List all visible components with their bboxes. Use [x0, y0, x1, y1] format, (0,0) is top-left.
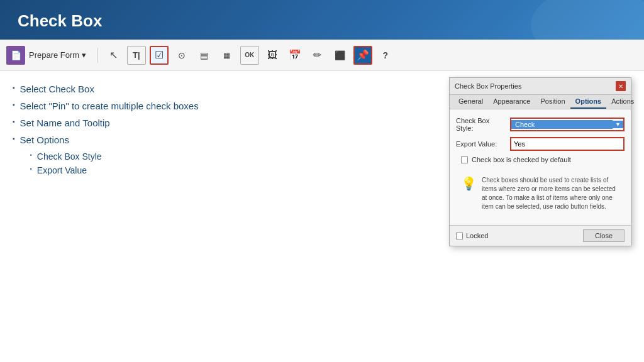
dialog-tabs: General Appearance Position Options Acti…	[450, 95, 631, 109]
dialog-close-button[interactable]: ✕	[616, 81, 626, 91]
image-tool-button[interactable]: 🖼	[263, 46, 282, 65]
bullet-marker-5: ▪	[30, 152, 32, 158]
toolbar-separator-1	[97, 48, 98, 63]
export-value-input[interactable]: Yes	[510, 137, 625, 151]
check-box-properties-dialog: Check Box Properties ✕ General Appearanc…	[449, 77, 631, 246]
help-button[interactable]: ?	[376, 46, 395, 65]
bullet-marker-4: ▪	[13, 135, 15, 142]
dialog-close-bottom-button[interactable]: Close	[583, 229, 625, 242]
main-content: ▪ Select Check Box ▪ Select "Pin" to cre…	[0, 71, 644, 362]
check-box-style-input[interactable]: Check ▼	[510, 118, 625, 131]
tab-appearance[interactable]: Appearance	[488, 95, 535, 109]
bullet-marker-6: ▪	[30, 166, 32, 172]
bullet-text-4: Set Options	[20, 134, 69, 145]
date-tool-button[interactable]: 📅	[286, 46, 304, 65]
tab-position[interactable]: Position	[535, 95, 570, 109]
lightbulb-icon: 💡	[461, 176, 477, 211]
bullet-marker-1: ▪	[13, 84, 15, 91]
cursor-tool-button[interactable]: ↖	[104, 46, 123, 65]
pin-tool-button[interactable]: 📌	[353, 46, 372, 65]
check-box-style-label: Check Box Style:	[456, 117, 506, 132]
listbox-tool-button[interactable]: ▤	[195, 46, 214, 65]
tab-actions[interactable]: Actions	[606, 95, 639, 109]
prepare-form-label[interactable]: Prepare Form ▾	[29, 50, 86, 60]
tab-options[interactable]: Options	[570, 95, 607, 109]
check-box-style-row: Check Box Style: Check ▼	[456, 117, 625, 132]
dialog-footer: Locked Close	[450, 225, 631, 246]
barcode-tool-button[interactable]: ⬛	[331, 46, 350, 65]
text-field-tool-button[interactable]: T|	[127, 46, 146, 65]
export-value-row: Export Value: Yes	[456, 137, 625, 151]
locked-label: Locked	[466, 232, 488, 239]
brand-icon: 📄	[6, 46, 25, 65]
default-checked-checkbox[interactable]	[461, 156, 468, 163]
bullet-text-2: Select "Pin" to create multiple check bo…	[20, 101, 199, 111]
checkbox-tool-button[interactable]: ☑	[150, 46, 169, 65]
content-area: ▪ Select Check Box ▪ Select "Pin" to cre…	[0, 71, 644, 362]
bullet-text-3: Set Name and Tooltip	[20, 118, 110, 128]
check-box-style-value: Check	[511, 120, 613, 129]
slide-title: Check Box	[18, 11, 102, 30]
locked-checkbox[interactable]	[456, 233, 463, 239]
dialog-title: Check Box Properties	[455, 82, 521, 90]
bullet-text-1: Select Check Box	[20, 84, 94, 94]
bullet-text-5: Check Box Style	[37, 151, 102, 162]
dialog-body: Check Box Style: Check ▼ Export Value: Y…	[450, 109, 631, 225]
dropdown-tool-button[interactable]: ▦	[218, 46, 236, 65]
tab-general[interactable]: General	[453, 95, 488, 109]
export-value-text: Yes	[514, 140, 525, 148]
radio-tool-button[interactable]: ⊙	[172, 46, 191, 65]
edit-tool-button[interactable]: ✏	[308, 46, 327, 65]
slide-header: Check Box	[0, 0, 644, 40]
info-box: 💡 Check boxes should be used to create l…	[456, 170, 625, 217]
bullet-text-6: Export Value	[37, 165, 87, 175]
bullet-marker-2: ▪	[13, 101, 15, 108]
default-checked-label: Check box is checked by default	[472, 156, 571, 163]
dialog-footer-left: Locked	[456, 232, 488, 239]
bullet-marker-3: ▪	[13, 118, 15, 125]
info-text: Check boxes should be used to create lis…	[482, 176, 619, 211]
ok-button-tool[interactable]: OK	[240, 46, 259, 65]
toolbar: 📄 Prepare Form ▾ ↖ T| ☑ ⊙ ▤ ▦ OK 🖼 📅 ✏ ⬛…	[0, 40, 644, 71]
export-value-label: Export Value:	[456, 140, 506, 148]
check-box-style-arrow[interactable]: ▼	[613, 121, 623, 128]
default-checkbox-row: Check box is checked by default	[456, 156, 625, 163]
dialog-titlebar: Check Box Properties ✕	[450, 78, 631, 95]
